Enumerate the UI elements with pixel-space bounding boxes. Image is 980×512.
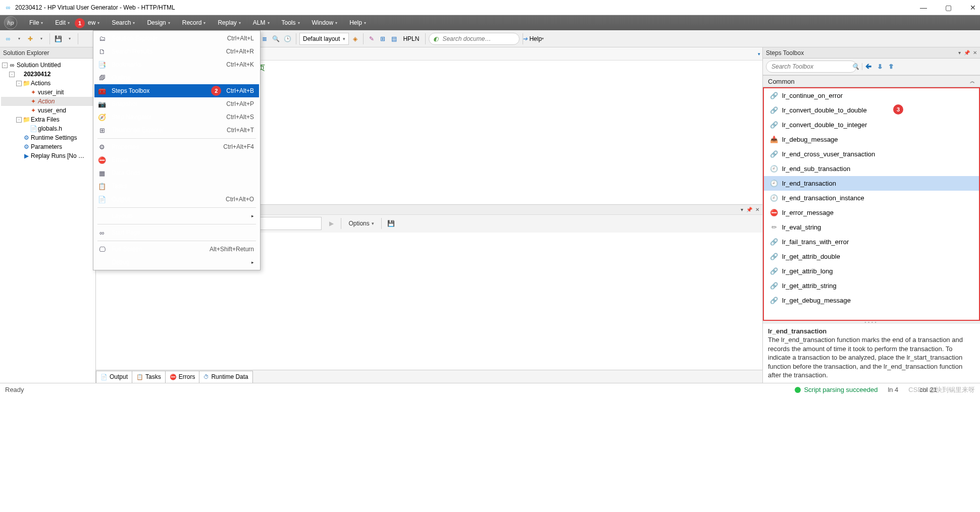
grid-icon[interactable]: ⊞ — [378, 33, 388, 45]
panel-pin-icon[interactable]: 📌 — [964, 50, 970, 55]
toolbox-fn-lr_get_attrib_long[interactable]: 🔗lr_get_attrib_long — [764, 264, 979, 278]
toolbox-search[interactable]: 🔍 — [766, 61, 857, 73]
menu-replay[interactable]: Replay▾ — [212, 17, 246, 28]
toolbox-fn-lr_end_cross_vuser_transaction[interactable]: 🔗lr_end_cross_vuser_transaction — [764, 147, 979, 161]
menu-item-solution-explorer[interactable]: 🗂Solution ExplorerCtrl+Alt+L — [94, 32, 259, 45]
tree-node[interactable]: ▶Replay Runs [No … — [1, 151, 94, 160]
tree-expand-icon[interactable]: - — [9, 72, 15, 77]
tree-node[interactable]: -📁Actions — [1, 79, 94, 88]
toolbox-fn-lr_get_attrib_double[interactable]: 🔗lr_get_attrib_double — [764, 249, 979, 264]
tree-expand-icon[interactable]: - — [16, 81, 22, 86]
tab-output[interactable]: 📄Output — [96, 371, 132, 383]
menu-alm[interactable]: ALM▾ — [247, 17, 276, 28]
menu-file[interactable]: File▾ — [23, 17, 49, 28]
new-solution-icon[interactable]: ∞ — [3, 33, 13, 45]
menu-item-search-results[interactable]: 🗋Search ResultsCtrl+Alt+R — [94, 45, 259, 58]
maximize-button[interactable]: ▢ — [945, 4, 952, 12]
toolbox-fn-lr_end_sub_transaction[interactable]: 🕘lr_end_sub_transaction — [764, 161, 979, 176]
toolbox-fn-lr_end_transaction[interactable]: 🕘lr_end_transaction — [764, 176, 979, 191]
toolbox-fn-lr_convert_double_to_double[interactable]: 🔗lr_convert_double_to_double — [764, 103, 979, 118]
tree-node[interactable]: -20230412 — [1, 70, 94, 79]
menu-item-outline[interactable]: 🗊Outline — [94, 71, 259, 84]
toolbox-fn-lr_continue_on_error[interactable]: 🔗lr_continue_on_error — [764, 88, 979, 103]
menu-item-step-navigator[interactable]: 🧭Step NavigatorCtrl+Alt+S — [94, 110, 259, 124]
menu-item-start-page[interactable]: ∞Start Page — [94, 226, 259, 239]
menu-item-debug[interactable]: Debug▸ — [94, 256, 259, 269]
solution-tree[interactable]: -∞Solution Untitled-20230412-📁Actions✦vu… — [0, 59, 95, 162]
toolbox-fn-lr_fail_trans_with_error[interactable]: 🔗lr_fail_trans_with_error — [764, 235, 979, 249]
toolbox-function-list[interactable]: 3 🔗lr_continue_on_error🔗lr_convert_doubl… — [763, 87, 980, 321]
options-button[interactable]: Options ▾ — [344, 217, 378, 230]
save-icon[interactable]: 💾 — [53, 33, 64, 45]
tree-node[interactable]: ✦vuser_end — [1, 106, 94, 115]
page-icon[interactable]: ▤ — [389, 33, 399, 45]
layout-combo[interactable]: Default layout ▾ — [299, 33, 349, 45]
menu-item-snapshot[interactable]: 📷SnapshotCtrl+Alt+P — [94, 97, 259, 110]
toolbox-fn-lr_debug_message[interactable]: 📥lr_debug_message — [764, 132, 979, 147]
toolbox-fn-lr_end_transaction_instance[interactable]: 🕘lr_end_transaction_instance — [764, 191, 979, 205]
menu-design[interactable]: Design▾ — [141, 17, 176, 28]
save-snapshot-icon[interactable]: 💾 — [385, 217, 398, 230]
panel-close-icon[interactable]: ✕ — [973, 50, 977, 55]
panel-dropdown-icon[interactable]: ▾ — [741, 207, 743, 212]
help-menu[interactable]: Help ▾ — [526, 33, 547, 45]
align-left-icon[interactable]: ≣ — [260, 33, 270, 45]
tab-runtime-data[interactable]: ⏱Runtime Data — [199, 371, 252, 383]
tree-node[interactable]: ✦Action — [1, 97, 94, 106]
menu-tools[interactable]: Tools▾ — [276, 17, 306, 28]
tree-node[interactable]: ⚙Runtime Settings — [1, 133, 94, 142]
menu-item-thumbnail-explorer[interactable]: ⊞Thumbnail ExplorerCtrl+Alt+T — [94, 124, 259, 137]
search-next-icon[interactable]: ▶ — [325, 217, 338, 230]
marker-icon[interactable]: ✎ — [367, 33, 377, 45]
toolbox-section-header[interactable]: Common ︽ — [763, 75, 980, 87]
toolbar-dropdown-arrow[interactable]: ▾ — [14, 33, 24, 45]
menu-item-layouts[interactable]: Layouts▸ — [94, 209, 259, 222]
tree-node[interactable]: ⚙Parameters — [1, 142, 94, 151]
editor-collapse-icon[interactable]: ▾ — [758, 51, 760, 56]
menu-item-steps-toolbox[interactable]: 🧰Steps Toolbox2Ctrl+Alt+B — [94, 84, 259, 97]
find-icon[interactable]: 🔍 — [271, 33, 281, 45]
menu-ew[interactable]: 1ew▾ — [76, 17, 106, 28]
add-item-icon[interactable]: ✚ — [25, 33, 35, 45]
minimize-button[interactable]: — — [920, 4, 927, 12]
menu-item-errors[interactable]: ⛔Errors — [94, 153, 259, 166]
menu-item-bookmarks[interactable]: 📑BookmarksCtrl+Alt+K — [94, 58, 259, 71]
toolbox-fn-lr_error_message[interactable]: ⛔lr_error_message — [764, 205, 979, 220]
tree-node[interactable]: 📄globals.h — [1, 124, 94, 133]
toolbox-fn-lr_get_attrib_string[interactable]: 🔗lr_get_attrib_string — [764, 278, 979, 293]
tab-tasks[interactable]: 📋Tasks — [132, 371, 166, 383]
tab-errors[interactable]: ⛔Errors — [165, 371, 200, 383]
nav-up-icon[interactable]: ⥣ — [889, 63, 894, 70]
menu-help[interactable]: Help▾ — [343, 17, 372, 28]
tree-expand-icon[interactable]: - — [16, 117, 22, 123]
tree-node[interactable]: -∞Solution Untitled — [1, 61, 94, 70]
tree-expand-icon[interactable]: - — [2, 63, 8, 68]
menu-item-properties[interactable]: ⚙PropertiesCtrl+Alt+F4 — [94, 140, 259, 153]
hpln-label[interactable]: HPLN — [400, 33, 422, 45]
bookmark-icon[interactable]: ◈ — [350, 33, 360, 45]
menu-item-data-grids[interactable]: ▦Data Grids — [94, 166, 259, 180]
panel-dropdown-icon[interactable]: ▾ — [958, 50, 961, 55]
toolbox-fn-lr_get_debug_message[interactable]: 🔗lr_get_debug_message — [764, 293, 979, 308]
menu-edit[interactable]: Edit▾ — [49, 17, 76, 28]
toolbox-search-input[interactable] — [770, 63, 849, 71]
menu-search[interactable]: Search▾ — [106, 17, 141, 28]
close-button[interactable]: ✕ — [970, 4, 976, 12]
menu-record[interactable]: Record▾ — [176, 17, 212, 28]
toolbox-fn-lr_eval_string[interactable]: ✏lr_eval_string — [764, 220, 979, 235]
timer-icon[interactable]: 🕒 — [282, 33, 293, 45]
panel-pin-icon[interactable]: 📌 — [746, 207, 752, 212]
toolbox-fn-lr_convert_double_to_integer[interactable]: 🔗lr_convert_double_to_integer — [764, 118, 979, 132]
tree-node[interactable]: ✦vuser_init — [1, 88, 94, 97]
menu-window[interactable]: Window▾ — [306, 17, 344, 28]
toolbar-dropdown-arrow-3[interactable]: ▾ — [65, 33, 75, 45]
nav-down-icon[interactable]: ⥥ — [878, 63, 883, 70]
tree-node[interactable]: -📁Extra Files — [1, 115, 94, 124]
nav-back-icon[interactable]: 🡰 — [865, 63, 871, 70]
menu-item-output[interactable]: 📄OutputCtrl+Alt+O — [94, 193, 259, 206]
menu-item-full-screen[interactable]: 🖵Full ScreenAlt+Shift+Return — [94, 243, 259, 256]
doc-search[interactable]: ◐ ➔ — [429, 33, 520, 45]
doc-search-input[interactable] — [441, 35, 520, 43]
menu-item-tasks[interactable]: 📋Tasks — [94, 180, 259, 193]
panel-close-icon[interactable]: ✕ — [755, 207, 759, 212]
